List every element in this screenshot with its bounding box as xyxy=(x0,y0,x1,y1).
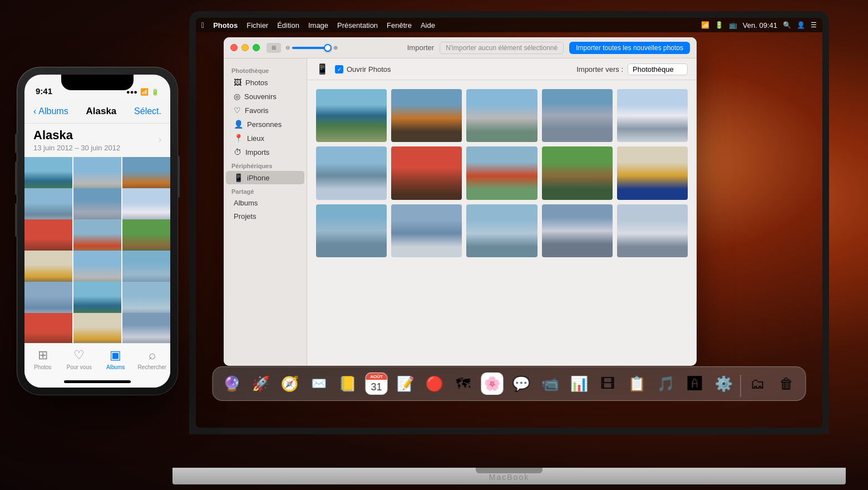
dock-pages[interactable]: 📋 xyxy=(624,370,650,397)
souvenirs-icon: ◎ xyxy=(234,92,240,101)
dock-launchpad[interactable]: 🚀 xyxy=(248,370,274,397)
edition-menu-item[interactable]: Édition xyxy=(277,21,299,30)
dock-trash[interactable]: 🗑 xyxy=(773,370,800,397)
dock-files[interactable]: 🗂 xyxy=(744,370,771,397)
photo-thumbnail-4 xyxy=(542,89,613,142)
photo-cell-2[interactable] xyxy=(391,89,462,142)
photo-cell-9[interactable] xyxy=(542,146,613,199)
iphone-select-button[interactable]: Sélect. xyxy=(134,106,161,116)
image-menu-item[interactable]: Image xyxy=(308,21,328,30)
dock-mail[interactable]: ✉️ xyxy=(305,370,332,397)
iphone-volume-up-button[interactable] xyxy=(15,161,17,195)
app-name-menu[interactable]: Photos xyxy=(213,21,238,30)
photo-cell-4[interactable] xyxy=(542,89,613,142)
menubar:  Photos Photothèque Fichier Édition Ima… xyxy=(196,18,822,32)
photo-cell-11[interactable] xyxy=(316,204,387,257)
sidebar-item-projets[interactable]: Projets xyxy=(226,210,304,223)
dock-safari[interactable]: 🧭 xyxy=(277,370,303,397)
photo-cell-14[interactable] xyxy=(542,204,613,257)
photo-cell-13[interactable] xyxy=(466,204,537,257)
photo-cell-3[interactable] xyxy=(466,89,537,142)
fenetre-menu-item[interactable]: Fenêtre xyxy=(387,21,412,30)
photo-cell-5[interactable] xyxy=(617,89,688,142)
wifi-icon: 📶 xyxy=(701,21,709,29)
sidebar-item-iphone[interactable]: 📱 iPhone xyxy=(226,171,304,184)
sidebar-item-albums[interactable]: Albums xyxy=(226,197,304,209)
dock-systemprefs[interactable]: ⚙️ xyxy=(711,370,737,397)
sidebar-section-partage: Partagé xyxy=(224,185,307,196)
photo-cell-8[interactable] xyxy=(466,146,537,199)
import-destination: Importer vers : Photothèque xyxy=(576,63,688,75)
sidebar-albums-label: Albums xyxy=(234,199,258,207)
window-body: Photothèque 🖼 Photos ◎ Souvenirs ♡ Favor… xyxy=(224,58,697,366)
aide-menu-item[interactable]: Aide xyxy=(421,21,435,30)
iphone-photo-17[interactable] xyxy=(73,313,121,343)
photo-cell-1[interactable] xyxy=(316,89,387,142)
sidebar-item-favoris[interactable]: ♡ Favoris xyxy=(226,104,304,117)
open-photos-checkbox-area[interactable]: ✓ Ouvrir Photos xyxy=(335,65,391,74)
open-photos-checkbox[interactable]: ✓ xyxy=(335,65,343,74)
iphone-thumb-18 xyxy=(122,313,170,343)
macbook-label: MacBook xyxy=(489,473,529,482)
close-button[interactable] xyxy=(230,44,238,51)
photo-cell-12[interactable] xyxy=(391,204,462,257)
import-area: 📱 ✓ Ouvrir Photos Importer vers : Photot… xyxy=(307,58,697,366)
photo-cell-7[interactable] xyxy=(391,146,462,199)
dock-messages[interactable]: 💬 xyxy=(508,370,535,397)
destination-select[interactable]: Photothèque xyxy=(628,63,688,75)
dock-maps[interactable]: 🗺 xyxy=(450,370,477,397)
apple-menu-icon[interactable]:  xyxy=(201,21,204,30)
dock-photos[interactable]: 🌸 xyxy=(479,370,506,397)
iphone-sidebar-icon: 📱 xyxy=(234,173,243,182)
dock-calendar[interactable]: AOÛT 31 xyxy=(363,370,390,397)
import-all-button[interactable]: Importer toutes les nouvelles photos xyxy=(569,42,690,54)
iphone-power-button[interactable] xyxy=(177,156,180,198)
dock-facetime[interactable]: 📹 xyxy=(537,370,564,397)
search-icon[interactable]: 🔍 xyxy=(783,21,791,29)
photo-cell-10[interactable] xyxy=(617,146,688,199)
battery-icon: 🔋 xyxy=(715,21,723,29)
iphone-volume-down-button[interactable] xyxy=(15,203,17,237)
dock-appstore[interactable]: 🅰 xyxy=(682,370,708,397)
photo-cell-6[interactable] xyxy=(316,146,387,199)
dock-music[interactable]: 🎵 xyxy=(653,370,679,397)
dock-notes[interactable]: 📝 xyxy=(392,370,419,397)
user-icon[interactable]: 👤 xyxy=(797,21,805,29)
dock-siri[interactable]: 🔮 xyxy=(219,370,245,397)
iphone-album-date: 13 juin 2012 – 30 juin 2012 xyxy=(33,144,161,152)
dock-keynote[interactable]: 🎞 xyxy=(595,370,622,397)
iphone-tab-pourvous[interactable]: ♡ Pour vous xyxy=(61,348,98,370)
sidebar-item-photos[interactable]: 🖼 Photos xyxy=(226,76,304,89)
fichier-menu-item[interactable]: Fichier xyxy=(246,21,268,30)
sidebar-toggle-button[interactable]: ⊞ xyxy=(267,43,281,53)
photo-thumbnail-3 xyxy=(466,89,537,142)
dock-contacts[interactable]: 📒 xyxy=(334,370,361,397)
zoom-slider-track[interactable] xyxy=(292,47,331,49)
sidebar-item-souvenirs[interactable]: ◎ Souvenirs xyxy=(226,90,304,103)
sidebar-item-lieux[interactable]: 📍 Lieux xyxy=(226,131,304,145)
iphone-tab-albums[interactable]: ▣ Albums xyxy=(97,348,134,370)
iphone-album-header: Alaska 13 juin 2012 – 30 juin 2012 › xyxy=(24,124,170,155)
maximize-button[interactable] xyxy=(253,44,260,51)
zoom-in-icon: ⊕ xyxy=(333,45,338,51)
photo-cell-15[interactable] xyxy=(617,204,688,257)
iphone-tab-rechercher[interactable]: ⌕ Rechercher xyxy=(134,348,171,370)
sidebar-item-imports[interactable]: ⏱ Imports xyxy=(226,145,304,159)
list-icon[interactable]: ☰ xyxy=(811,21,817,29)
dock-numbers[interactable]: 📊 xyxy=(566,370,593,397)
iphone-back-button[interactable]: ‹ Albums xyxy=(33,106,68,116)
iphone-rechercher-tab-label: Rechercher xyxy=(137,364,166,370)
minimize-button[interactable] xyxy=(241,44,249,51)
sidebar-item-personnes[interactable]: 👤 Personnes xyxy=(226,117,304,131)
iphone-photo-16[interactable] xyxy=(24,313,72,343)
iphone-body: 9:41 ●●● 📶 🔋 ‹ Albums Alaska Sélect. xyxy=(17,67,178,395)
photo-thumbnail-14 xyxy=(542,204,613,257)
iphone-mute-button[interactable] xyxy=(15,134,17,153)
iphone-photo-18[interactable] xyxy=(122,313,170,343)
iphone-battery-icon: 🔋 xyxy=(151,89,159,96)
iphone-tab-photos[interactable]: ⊞ Photos xyxy=(24,348,61,370)
iphone-nav-title: Alaska xyxy=(86,106,116,117)
dock-reminders[interactable]: 🔴 xyxy=(421,370,448,397)
zoom-slider-thumb[interactable] xyxy=(324,44,332,52)
presentation-menu-item[interactable]: Présentation xyxy=(337,21,378,30)
